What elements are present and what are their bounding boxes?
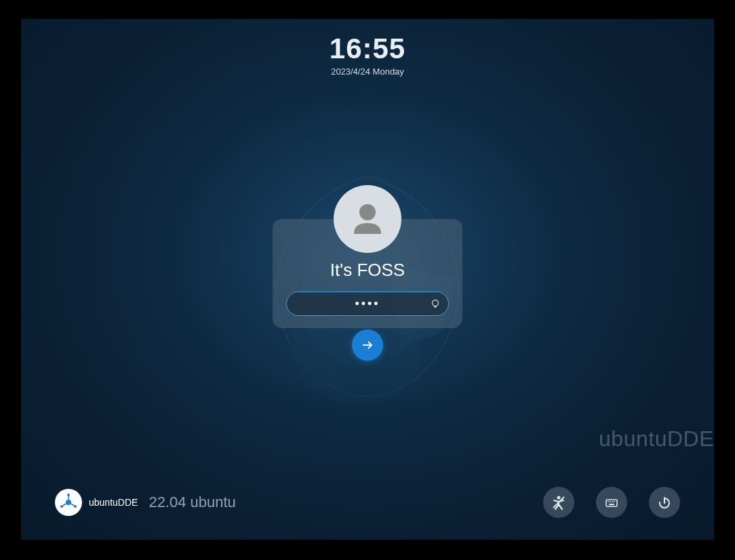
clock-time: 16:55 <box>330 33 405 65</box>
clock-area: 16:55 2023/4/24 Monday <box>330 33 405 77</box>
login-submit-button[interactable] <box>352 329 383 361</box>
svg-rect-14 <box>606 500 617 506</box>
username-label: It's FOSS <box>286 260 449 281</box>
user-avatar[interactable] <box>334 185 401 253</box>
password-field-wrapper <box>286 292 449 316</box>
keyboard-icon <box>604 495 619 510</box>
login-card: It's FOSS <box>273 219 462 328</box>
user-avatar-icon <box>347 199 388 239</box>
arrow-right-icon <box>360 338 375 353</box>
clock-date: 2023/4/24 Monday <box>330 66 405 77</box>
password-hint-button[interactable] <box>430 298 441 309</box>
virtual-keyboard-button[interactable] <box>596 487 627 518</box>
tray-icons <box>543 487 680 518</box>
svg-point-0 <box>359 204 376 220</box>
distro-logo <box>55 489 82 516</box>
login-screen: 16:55 2023/4/24 Monday It's FOSS <box>21 19 714 540</box>
svg-point-5 <box>66 500 71 505</box>
bottom-bar: ubuntuDDE 22.04 ubuntu <box>21 482 714 523</box>
password-input[interactable] <box>286 292 449 316</box>
accessibility-button[interactable] <box>543 487 574 518</box>
svg-point-12 <box>557 496 561 500</box>
accessibility-icon <box>551 494 567 511</box>
svg-point-9 <box>67 494 70 496</box>
distro-version-label: 22.04 ubuntu <box>148 494 235 511</box>
power-button[interactable] <box>649 487 680 518</box>
power-icon <box>657 495 672 510</box>
distro-info: ubuntuDDE 22.04 ubuntu <box>55 489 236 516</box>
deepin-logo-icon <box>59 493 78 512</box>
svg-point-11 <box>60 505 63 508</box>
distro-name-label: ubuntuDDE <box>89 497 138 508</box>
svg-point-1 <box>433 300 439 306</box>
lightbulb-icon <box>430 298 441 309</box>
svg-point-10 <box>74 505 77 508</box>
watermark-text: ubuntuDDE <box>599 426 714 452</box>
